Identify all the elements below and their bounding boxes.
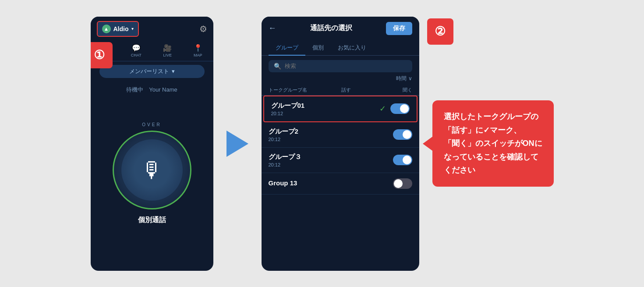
mic-inner: 🎙: [121, 139, 183, 201]
group-item-01[interactable]: グループ01 20:12 ✓: [263, 96, 418, 122]
mic-ring[interactable]: 🎙: [113, 131, 191, 209]
mic-container: OVER 🎙 個別通話: [91, 94, 213, 271]
toggle-knob: [403, 156, 411, 164]
user-badge[interactable]: ▲ Aldio ▾: [97, 21, 139, 37]
gear-icon[interactable]: ⚙: [199, 24, 207, 34]
toggle-knob: [394, 179, 403, 188]
group-03-info: グループ３ 20:12: [269, 153, 301, 167]
group-02-toggle[interactable]: [393, 129, 412, 140]
group-list-header: トークグループ名 話す 聞く: [262, 85, 419, 96]
group-01-toggle[interactable]: [390, 103, 410, 114]
right-phone-wrapper: ← 通話先の選択 保存 グループ 個別 お気に入り 🔍: [262, 17, 419, 271]
right-arrow-icon: [226, 131, 248, 157]
member-list-button[interactable]: メンバーリスト ▾: [99, 65, 205, 78]
callout-text: 選択したトークグループの 「話す」に✓マーク、 「聞く」のスイッチがONに なっ…: [444, 112, 542, 174]
live-icon: 🎥: [163, 44, 172, 52]
group-item-13[interactable]: Group 13: [262, 173, 419, 195]
tab-group[interactable]: グループ: [269, 40, 305, 55]
callout-arrow-icon: [423, 137, 432, 151]
group-01-info: グループ01 20:12: [271, 102, 305, 116]
user-name: Aldio: [113, 25, 129, 32]
screen-header: ← 通話先の選択 保存: [262, 17, 419, 40]
status-text: 待機中 Your Name: [91, 86, 213, 94]
group-02-info: グループ2 20:12: [269, 128, 298, 142]
tabs-bar: グループ 個別 お気に入り: [262, 40, 419, 56]
check-mark-icon: ✓: [379, 104, 386, 113]
annotation-2: ②: [427, 18, 453, 45]
map-label: MAP: [194, 53, 202, 57]
right-phone: ← 通話先の選択 保存 グループ 個別 お気に入り 🔍: [262, 17, 419, 271]
phone-header: ▲ Aldio ▾ ⚙: [91, 17, 213, 41]
chevron-down-icon: ▾: [131, 26, 134, 31]
group-02-name: グループ2: [269, 128, 298, 136]
sort-label: 時間: [396, 75, 407, 82]
group-13-info: Group 13: [269, 179, 297, 188]
group-13-name: Group 13: [269, 179, 297, 187]
left-phone: ▲ Aldio ▾ ⚙ 🎙 💬 CHAT 🎥 LIVE 📍 MAP: [91, 17, 213, 271]
user-icon: ▲: [102, 25, 111, 33]
group-03-name: グループ３: [269, 153, 301, 161]
live-label: LIVE: [163, 53, 172, 57]
chat-nav-item[interactable]: 💬 CHAT: [131, 44, 142, 58]
toggle-knob: [403, 130, 411, 139]
sort-button[interactable]: 時間 ∨: [269, 75, 412, 82]
call-label: 個別通話: [138, 216, 166, 225]
chat-label: CHAT: [131, 53, 142, 57]
save-button[interactable]: 保存: [386, 22, 412, 35]
search-input[interactable]: [285, 63, 407, 69]
header-group-name: トークグループ名: [269, 87, 307, 93]
search-bar: 🔍: [269, 60, 412, 72]
group-item-02[interactable]: グループ2 20:12: [262, 122, 419, 148]
live-nav-item[interactable]: 🎥 LIVE: [163, 44, 172, 58]
header-talk: 話す: [341, 87, 351, 93]
group-13-controls: [393, 178, 412, 189]
group-13-toggle[interactable]: [393, 178, 412, 189]
callout-box: 選択したトークグループの 「話す」に✓マーク、 「聞く」のスイッチがONに なっ…: [432, 100, 554, 187]
annotation-1: ①: [91, 42, 113, 68]
group-03-time: 20:12: [269, 162, 301, 167]
map-nav-item[interactable]: 📍 MAP: [194, 44, 202, 58]
search-icon: 🔍: [274, 63, 281, 70]
map-icon: 📍: [194, 44, 202, 52]
arrow-container: [226, 131, 248, 157]
group-01-time: 20:12: [271, 111, 305, 116]
group-list: グループ01 20:12 ✓ グループ2 20:12: [262, 96, 419, 271]
header-listen: 聞く: [403, 87, 412, 93]
group-03-controls: [393, 155, 412, 165]
back-button[interactable]: ←: [269, 24, 276, 33]
group-item-03[interactable]: グループ３ 20:12: [262, 148, 419, 173]
group-03-toggle[interactable]: [393, 155, 412, 165]
mic-glyph: 🎙: [141, 157, 163, 183]
chat-icon: 💬: [132, 44, 141, 52]
over-label: OVER: [142, 122, 161, 127]
group-01-name: グループ01: [271, 102, 305, 110]
member-list-label: メンバーリスト: [129, 67, 169, 75]
sort-chevron-icon: ∨: [408, 75, 412, 81]
group-02-controls: [393, 129, 412, 140]
tab-individual[interactable]: 個別: [305, 40, 331, 55]
tab-favorites[interactable]: お気に入り: [331, 40, 373, 55]
member-list-chevron: ▾: [172, 68, 175, 74]
toggle-knob: [400, 104, 409, 113]
group-01-controls: ✓: [379, 103, 410, 114]
screen-title: 通話先の選択: [310, 24, 352, 33]
group-02-time: 20:12: [269, 137, 298, 142]
